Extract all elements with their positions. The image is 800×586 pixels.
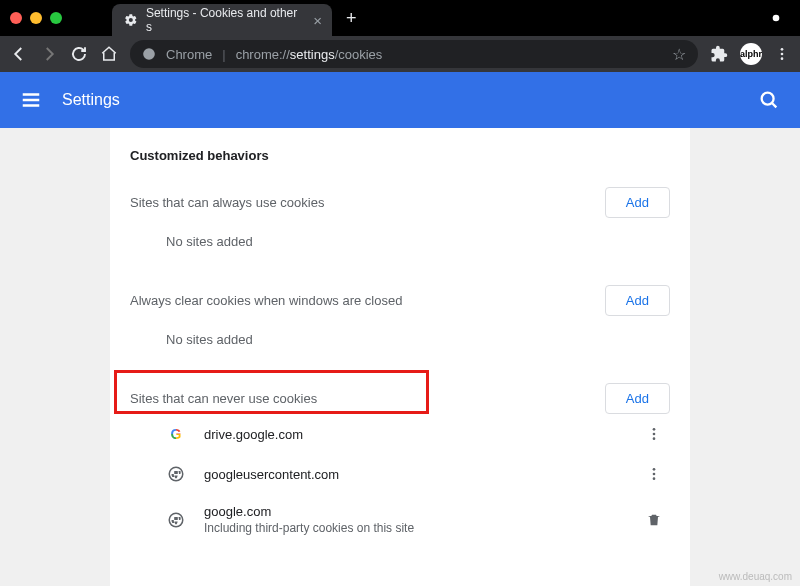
site-row: G drive.google.com <box>130 414 670 454</box>
add-button[interactable]: Add <box>605 285 670 316</box>
content-area: Customized behaviors Sites that can alwa… <box>0 128 800 586</box>
svg-point-12 <box>653 477 656 480</box>
browser-menu-icon[interactable] <box>774 46 790 62</box>
block-cookies-row: Sites that can never use cookies Add <box>130 383 670 414</box>
row-label: Always clear cookies when windows are cl… <box>130 293 402 308</box>
allow-cookies-row: Sites that can always use cookies Add <box>130 187 670 218</box>
globe-icon <box>166 464 186 484</box>
trash-icon[interactable] <box>638 512 670 528</box>
section-title: Customized behaviors <box>130 148 670 163</box>
svg-point-0 <box>773 15 780 22</box>
svg-point-8 <box>653 437 656 440</box>
gear-icon <box>124 13 138 27</box>
tab-title: Settings - Cookies and other s <box>146 6 305 34</box>
browser-tab[interactable]: Settings - Cookies and other s × <box>112 4 332 36</box>
page-title: Settings <box>62 91 120 109</box>
svg-point-3 <box>781 53 784 56</box>
clear-on-close-row: Always clear cookies when windows are cl… <box>130 285 670 316</box>
profile-avatar[interactable]: alphr <box>740 43 762 65</box>
search-icon[interactable] <box>758 89 780 111</box>
close-tab-icon[interactable]: × <box>313 12 322 29</box>
back-button[interactable] <box>10 45 28 63</box>
svg-point-2 <box>781 48 784 51</box>
google-g-icon: G <box>166 424 186 444</box>
svg-point-7 <box>653 433 656 436</box>
reload-button[interactable] <box>70 45 88 63</box>
svg-point-6 <box>653 428 656 431</box>
svg-point-4 <box>781 57 784 60</box>
svg-point-1 <box>143 48 155 60</box>
home-button[interactable] <box>100 45 118 63</box>
window-controls <box>10 12 62 24</box>
bookmark-star-icon[interactable]: ☆ <box>672 45 686 64</box>
browser-toolbar: Chrome | chrome://settings/cookies ☆ alp… <box>0 36 800 72</box>
new-tab-button[interactable]: + <box>346 8 357 29</box>
globe-icon <box>166 510 186 530</box>
site-domain: googleusercontent.com <box>204 467 638 482</box>
empty-state: No sites added <box>130 218 670 273</box>
site-domain: google.com <box>204 504 638 519</box>
empty-state: No sites added <box>130 316 670 371</box>
site-row: google.com Including third-party cookies… <box>130 494 670 545</box>
row-label: Sites that can never use cookies <box>130 391 317 406</box>
maximize-window-button[interactable] <box>50 12 62 24</box>
svg-point-10 <box>653 468 656 471</box>
more-icon[interactable] <box>638 466 670 482</box>
more-icon[interactable] <box>638 426 670 442</box>
site-subtext: Including third-party cookies on this si… <box>204 521 638 535</box>
tab-list-icon[interactable] <box>768 10 784 26</box>
settings-header: Settings <box>0 72 800 128</box>
add-button[interactable]: Add <box>605 383 670 414</box>
row-label: Sites that can always use cookies <box>130 195 324 210</box>
window-titlebar: Settings - Cookies and other s × + <box>0 0 800 36</box>
settings-card: Customized behaviors Sites that can alwa… <box>110 128 690 586</box>
chrome-icon <box>142 47 156 61</box>
watermark: www.deuaq.com <box>719 571 792 582</box>
site-domain: drive.google.com <box>204 427 638 442</box>
svg-point-11 <box>653 473 656 476</box>
address-bar[interactable]: Chrome | chrome://settings/cookies ☆ <box>130 40 698 68</box>
minimize-window-button[interactable] <box>30 12 42 24</box>
site-row: googleusercontent.com <box>130 454 670 494</box>
close-window-button[interactable] <box>10 12 22 24</box>
omnibox-label: Chrome <box>166 47 212 62</box>
menu-icon[interactable] <box>20 89 42 111</box>
extensions-icon[interactable] <box>710 45 728 63</box>
omnibox-url: chrome://settings/cookies <box>236 47 383 62</box>
svg-point-5 <box>762 93 774 105</box>
add-button[interactable]: Add <box>605 187 670 218</box>
forward-button[interactable] <box>40 45 58 63</box>
